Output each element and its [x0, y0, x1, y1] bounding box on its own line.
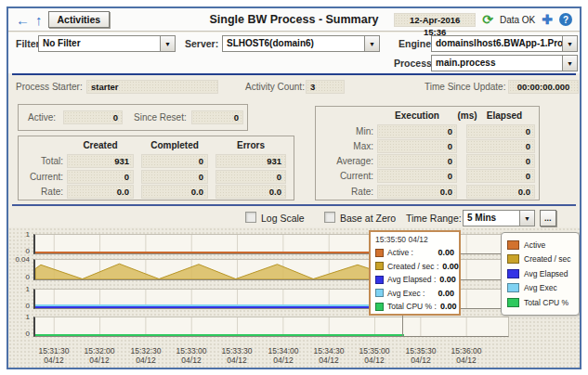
- x-tick: 15:34:0004/12: [262, 346, 305, 365]
- chevron-down-icon[interactable]: ▼: [160, 36, 175, 51]
- current-execution: 0: [377, 169, 457, 183]
- rate-elapsed: 0.0: [466, 185, 535, 199]
- y-label: 0: [11, 247, 30, 255]
- tooltip-title: 15:35:50 04/12: [375, 235, 454, 244]
- since-reset-value: 0: [191, 110, 243, 124]
- execution-groupbox: Execution (ms) Elapsed Min: 0 0 Max: 0 0…: [315, 106, 540, 200]
- process-starter-value: starter: [86, 80, 218, 94]
- rate-created: 0.0: [67, 185, 134, 199]
- chevron-down-icon[interactable]: ▼: [562, 56, 577, 71]
- x-tick: 15:34:3004/12: [307, 346, 350, 365]
- section-divider: [12, 73, 576, 75]
- log-scale-checkbox[interactable]: [245, 212, 256, 223]
- current-errors: 0: [216, 170, 286, 184]
- total-created: 931: [67, 154, 134, 168]
- current-created: 0: [67, 170, 134, 184]
- up-arrow-icon[interactable]: ↑: [35, 13, 43, 27]
- refresh-icon[interactable]: ⟳: [482, 12, 493, 27]
- max-execution: 0: [377, 139, 457, 153]
- avg-elapsed-series-line: [35, 306, 404, 308]
- add-icon[interactable]: ✚: [542, 12, 553, 27]
- y-label: 0.04: [11, 255, 30, 264]
- total-cpu-series-line: [35, 334, 404, 336]
- time-range-select[interactable]: 5 Mins ▼: [463, 210, 535, 226]
- created-column-header: Created: [67, 140, 134, 150]
- time-range-value: 5 Mins: [464, 211, 519, 226]
- x-tick: 15:36:0004/12: [445, 346, 488, 365]
- max-row-label: Max:: [320, 141, 373, 151]
- help-icon[interactable]: ?: [559, 13, 572, 26]
- min-elapsed: 0: [466, 124, 535, 138]
- scroll-right-button[interactable]: ►: [510, 368, 521, 369]
- min-execution: 0: [377, 124, 457, 138]
- activities-button[interactable]: Activities: [48, 11, 111, 28]
- current-elapsed: 0: [466, 169, 535, 183]
- active-label: Active:: [28, 112, 56, 123]
- tooltip-row: Active :0.00: [375, 246, 454, 260]
- server-select[interactable]: SLHOST6(domain6) ▼: [222, 35, 380, 52]
- total-errors: 931: [216, 154, 286, 168]
- app-window: ← ↑ Activities Single BW Process - Summa…: [7, 6, 581, 369]
- errors-column-header: Errors: [216, 140, 286, 150]
- chevron-down-icon[interactable]: ▼: [364, 36, 379, 51]
- back-arrow-icon[interactable]: ←: [16, 13, 30, 27]
- x-tick: 15:32:3004/12: [124, 346, 167, 365]
- average-execution: 0: [377, 154, 457, 168]
- y-label: 0: [11, 330, 30, 338]
- current-exec-row-label: Current:: [320, 171, 373, 181]
- completed-column-header: Completed: [141, 140, 208, 150]
- time-since-update-label: Time Since Update:: [425, 82, 505, 92]
- tooltip-row: Avg Exec :0.00: [375, 287, 454, 301]
- legend-item: Total CPU %: [507, 295, 573, 310]
- x-tick: 15:32:0004/12: [78, 346, 121, 365]
- x-tick: 15:35:0004/12: [353, 346, 396, 365]
- y-label: 1: [11, 313, 30, 321]
- chart-tooltip: 15:35:50 04/12 Active :0.00 Created / se…: [369, 230, 461, 316]
- y-label: 1: [11, 285, 30, 293]
- current-row-label: Current:: [22, 172, 63, 182]
- current-completed: 0: [141, 170, 208, 184]
- active-color-chip: [375, 249, 384, 257]
- filter-value: No Filter: [39, 36, 160, 51]
- base-at-zero-label: Base at Zero: [340, 213, 396, 224]
- engine-label: Engine:: [399, 38, 435, 49]
- active-value: 0: [63, 110, 123, 124]
- x-tick: 15:35:3004/12: [399, 346, 442, 365]
- legend-item: Avg Elapsed: [507, 266, 573, 281]
- average-row-label: Average:: [320, 156, 373, 166]
- total-cpu-color-chip: [375, 303, 384, 311]
- since-reset-label: Since Reset:: [134, 112, 187, 123]
- server-value: SLHOST6(domain6): [223, 36, 364, 51]
- chevron-down-icon[interactable]: ▼: [562, 36, 577, 51]
- timestamp-field: 12-Apr-2016 15:36: [394, 13, 476, 27]
- process-starter-label: Process Starter:: [16, 82, 83, 92]
- strip-total-cpu: [33, 317, 509, 337]
- more-options-button[interactable]: ...: [540, 210, 556, 226]
- filter-select[interactable]: No Filter ▼: [38, 35, 176, 52]
- legend-item: Created / sec: [507, 252, 573, 267]
- active-series-line: [35, 252, 404, 253]
- rate-exec-row-label: Rate:: [320, 187, 373, 197]
- rate-errors: 0.0: [216, 185, 286, 199]
- activity-count-value: 3: [306, 80, 345, 94]
- scrollbar-thumb[interactable]: III: [455, 368, 507, 369]
- total-completed: 0: [141, 154, 208, 168]
- avg-exec-color-chip: [507, 283, 519, 292]
- log-scale-label: Log Scale: [261, 213, 305, 224]
- server-label: Server:: [185, 38, 218, 49]
- base-at-zero-checkbox[interactable]: [324, 212, 335, 223]
- legend-item: Avg Exec: [507, 281, 573, 296]
- scroll-left-button[interactable]: ◄: [32, 368, 43, 369]
- counters-groupbox: Created Completed Errors Total: 931 0 93…: [18, 136, 294, 200]
- chevron-down-icon[interactable]: ▼: [519, 211, 534, 226]
- tooltip-row: Created / sec :0.00: [375, 260, 454, 274]
- x-tick: 15:33:0004/12: [170, 346, 213, 365]
- activity-count-label: Activity Count:: [245, 82, 305, 92]
- total-row-label: Total:: [22, 156, 63, 166]
- engine-select[interactable]: domainslhost6.BWApp-1.Procs ▼: [431, 35, 578, 52]
- chart-legend: Active Created / sec Avg Elapsed Avg Exe…: [501, 232, 580, 316]
- process-select[interactable]: main.process ▼: [431, 55, 578, 71]
- rate-row-label: Rate:: [22, 187, 63, 197]
- created-per-sec-color-chip: [507, 254, 519, 264]
- elapsed-column-header: Elapsed: [472, 110, 537, 121]
